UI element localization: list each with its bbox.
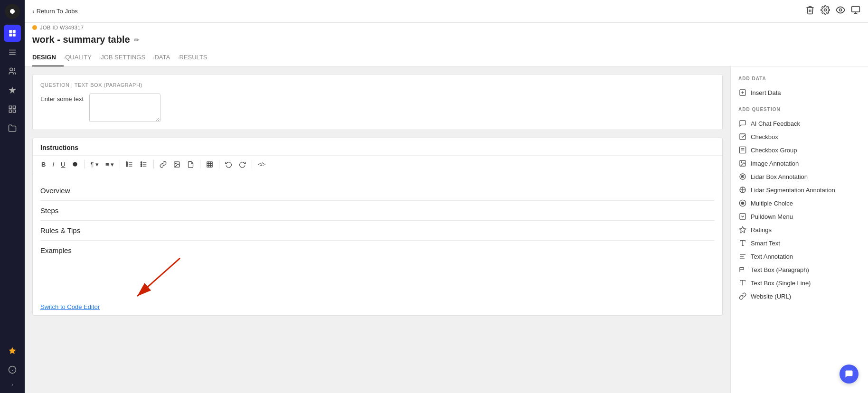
question-type-image-annotation[interactable]: Image Annotation bbox=[738, 157, 860, 170]
add-question-label: ADD QUESTION bbox=[738, 107, 860, 112]
smart-text-label: Smart Text bbox=[751, 240, 780, 247]
left-sidebar: › bbox=[0, 0, 25, 393]
svg-point-54 bbox=[742, 176, 743, 177]
toolbar-divider-4 bbox=[200, 160, 200, 168]
text-box-para-icon bbox=[738, 265, 747, 274]
editor-section-examples: Examples bbox=[40, 241, 715, 260]
question-type-checkbox[interactable]: Checkbox bbox=[738, 130, 860, 143]
tab-data[interactable]: DATA bbox=[154, 49, 178, 66]
question-type-website-url[interactable]: Website (URL) bbox=[738, 290, 860, 303]
question-type-pulldown[interactable]: Pulldown Menu bbox=[738, 210, 860, 223]
toolbar-code[interactable]: </> bbox=[255, 159, 268, 169]
instructions-section: Instructions B I U ¶ ▾ ≡ ▾ 123 bbox=[32, 138, 723, 316]
toolbar-underline[interactable]: U bbox=[58, 159, 68, 170]
question-type-lidar-seg[interactable]: Lidar Segmentation Annotation bbox=[738, 183, 860, 196]
ai-chat-icon bbox=[738, 119, 747, 128]
svg-rect-0 bbox=[9, 30, 12, 33]
toolbar-redo[interactable] bbox=[236, 159, 249, 170]
svg-point-17 bbox=[840, 9, 842, 11]
sidebar-icon-folder[interactable] bbox=[4, 120, 21, 137]
question-type-text-box-para[interactable]: Text Box (Paragraph) bbox=[738, 263, 860, 276]
topbar: ‹ Return To Jobs bbox=[25, 0, 868, 23]
delete-icon[interactable] bbox=[805, 5, 815, 17]
sidebar-icon-grid[interactable] bbox=[4, 101, 21, 118]
toolbar-align[interactable]: ≡ ▾ bbox=[103, 159, 117, 170]
editor-toolbar: B I U ¶ ▾ ≡ ▾ 123 bbox=[33, 155, 722, 173]
svg-point-35 bbox=[176, 163, 177, 164]
back-link-label: Return To Jobs bbox=[37, 8, 78, 15]
monitor-icon[interactable] bbox=[851, 5, 860, 17]
lidar-seg-label: Lidar Segmentation Annotation bbox=[751, 187, 835, 194]
toolbar-link[interactable] bbox=[157, 159, 170, 170]
lidar-box-label: Lidar Box Annotation bbox=[751, 173, 808, 180]
question-type-ratings[interactable]: Ratings bbox=[738, 223, 860, 236]
sidebar-icon-home[interactable] bbox=[4, 25, 21, 42]
code-editor-section: Switch to Code Editor bbox=[33, 268, 722, 315]
svg-point-16 bbox=[824, 9, 827, 11]
sidebar-icon-sparkle[interactable] bbox=[4, 82, 21, 99]
text-annotation-icon bbox=[738, 252, 747, 261]
svg-rect-36 bbox=[207, 161, 212, 167]
sidebar-icon-info[interactable] bbox=[4, 361, 21, 378]
toolbar-divider-5 bbox=[219, 160, 219, 168]
question-type-checkbox-group[interactable]: Checkbox Group bbox=[738, 143, 860, 157]
svg-point-7 bbox=[10, 68, 13, 71]
question-text: Enter some text bbox=[40, 94, 84, 103]
tab-job-settings[interactable]: JOB SETTINGS bbox=[101, 49, 153, 66]
svg-rect-11 bbox=[13, 110, 16, 112]
sidebar-collapse[interactable]: › bbox=[9, 380, 15, 389]
text-box-single-icon bbox=[738, 279, 747, 287]
back-link[interactable]: ‹ Return To Jobs bbox=[32, 8, 78, 15]
toolbar-paragraph[interactable]: ¶ ▾ bbox=[87, 159, 102, 170]
question-type-text-box-single[interactable]: Text Box (Single Line) bbox=[738, 276, 860, 290]
toolbar-undo[interactable] bbox=[222, 159, 235, 170]
text-annotation-label: Text Annotation bbox=[751, 253, 793, 260]
toolbar-divider-3 bbox=[153, 160, 154, 168]
question-type-lidar-box[interactable]: Lidar Box Annotation bbox=[738, 170, 860, 183]
tab-results[interactable]: RESULTS bbox=[179, 49, 215, 66]
tab-quality[interactable]: QUALITY bbox=[65, 49, 99, 66]
toolbar-italic[interactable]: I bbox=[49, 159, 57, 170]
pulldown-icon bbox=[738, 212, 747, 221]
toolbar-unordered-list[interactable] bbox=[137, 159, 151, 170]
settings-icon[interactable] bbox=[821, 5, 830, 17]
job-id-text: JOB ID W349317 bbox=[40, 25, 84, 30]
tab-design[interactable]: DESIGN bbox=[32, 49, 64, 66]
insert-data-row[interactable]: Insert Data bbox=[738, 86, 860, 99]
svg-rect-1 bbox=[13, 30, 16, 33]
eye-icon[interactable] bbox=[836, 5, 845, 17]
toolbar-image[interactable] bbox=[170, 159, 183, 170]
job-id-dot bbox=[32, 25, 37, 30]
question-textarea[interactable] bbox=[89, 94, 160, 122]
toolbar-bold[interactable]: B bbox=[38, 159, 48, 170]
lidar-seg-icon bbox=[738, 186, 747, 194]
text-box-para-label: Text Box (Paragraph) bbox=[751, 266, 809, 273]
question-type-text-annotation[interactable]: Text Annotation bbox=[738, 250, 860, 263]
chat-bubble[interactable] bbox=[840, 365, 859, 384]
question-type-ai-chat[interactable]: AI Chat Feedback bbox=[738, 117, 860, 130]
tabs-bar: DESIGN › QUALITY › JOB SETTINGS › DATA ›… bbox=[25, 49, 868, 66]
insert-data-label: Insert Data bbox=[751, 89, 781, 96]
svg-rect-10 bbox=[9, 110, 11, 112]
topbar-right bbox=[805, 5, 860, 17]
toolbar-ordered-list[interactable]: 123 bbox=[123, 159, 136, 170]
toolbar-file[interactable] bbox=[184, 159, 197, 170]
multiple-choice-label: Multiple Choice bbox=[751, 200, 793, 207]
toolbar-divider-6 bbox=[252, 160, 252, 168]
text-box-single-label: Text Box (Single Line) bbox=[751, 280, 811, 287]
sidebar-icon-people[interactable] bbox=[4, 63, 21, 80]
website-url-label: Website (URL) bbox=[751, 293, 791, 300]
svg-rect-3 bbox=[13, 34, 16, 37]
switch-to-code-editor-link[interactable]: Switch to Code Editor bbox=[40, 303, 100, 310]
toolbar-table[interactable] bbox=[203, 159, 216, 170]
sidebar-icon-list[interactable] bbox=[4, 44, 21, 61]
question-type-smart-text[interactable]: Smart Text bbox=[738, 236, 860, 250]
ratings-label: Ratings bbox=[751, 226, 772, 234]
question-type-multiple-choice[interactable]: Multiple Choice bbox=[738, 196, 860, 210]
sidebar-icon-star[interactable] bbox=[4, 342, 21, 359]
toolbar-color[interactable] bbox=[69, 159, 81, 169]
edit-icon[interactable]: ✏ bbox=[134, 36, 140, 44]
website-url-icon bbox=[738, 292, 747, 300]
svg-point-33 bbox=[141, 166, 142, 167]
question-label: QUESTION | Text Box (Paragraph) bbox=[40, 82, 715, 88]
